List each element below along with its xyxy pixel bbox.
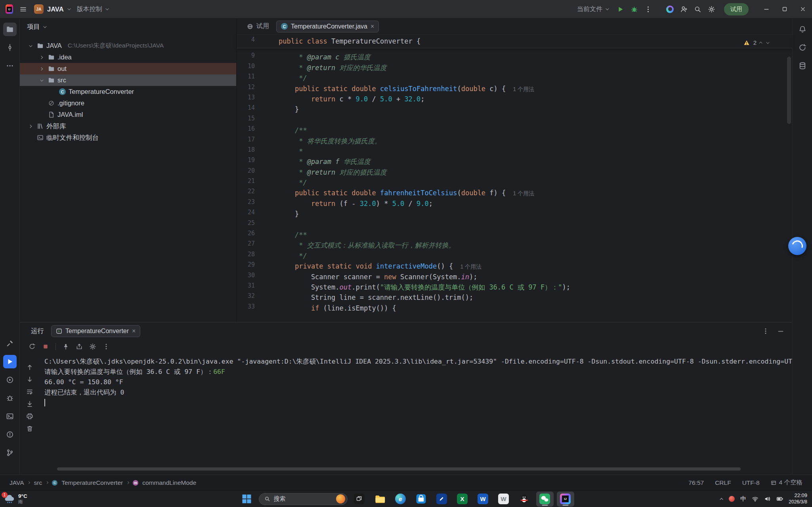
chevron-right-icon[interactable]	[40, 55, 43, 59]
console-more-button[interactable]	[103, 343, 110, 350]
breadcrumb-TemperatureConverter[interactable]: TemperatureConverter	[61, 479, 123, 486]
editor-scrollbar[interactable]	[787, 57, 791, 124]
chevron-down-icon[interactable]	[40, 78, 43, 81]
taskbar-app-dark-button[interactable]	[351, 492, 368, 507]
wps-office-button[interactable]: W	[495, 492, 512, 507]
chevron-right-icon[interactable]	[40, 67, 43, 70]
ime-indicator[interactable]: 中	[740, 495, 746, 503]
code-line[interactable]: 25	[237, 219, 792, 230]
clear-console-button[interactable]	[26, 425, 33, 432]
debug-tool-button[interactable]	[3, 391, 17, 405]
tree-item-temperature-converter-class[interactable]: CTemperatureConverter	[20, 86, 236, 97]
indent-config[interactable]: 4 个空格	[771, 478, 802, 487]
line-separator[interactable]: CRLF	[715, 479, 731, 486]
console-settings-button[interactable]	[89, 343, 96, 350]
more-tool-windows-button[interactable]	[3, 59, 17, 72]
problems-tool-button[interactable]	[3, 428, 17, 441]
project-tool-button[interactable]	[3, 23, 17, 36]
pin-tab-button[interactable]	[62, 343, 69, 350]
code-line[interactable]: 29 private static void interactiveMode()…	[237, 261, 792, 271]
main-menu-button[interactable]	[19, 6, 27, 13]
code-line[interactable]: 32 String line = scanner.nextLine().trim…	[237, 292, 792, 303]
wechat-button[interactable]	[536, 492, 554, 507]
code-line[interactable]: 11 */	[237, 73, 792, 83]
pen-app-button[interactable]	[433, 492, 451, 507]
breadcrumb-commandLineMode[interactable]: commandLineMode	[142, 479, 196, 486]
code-line[interactable]: 19 * @param f 华氏温度	[237, 156, 792, 167]
notifications-button[interactable]	[796, 23, 809, 36]
code-line[interactable]: 17 * 将华氏度转换为摄氏度。	[237, 136, 792, 146]
console-scrollbar[interactable]	[57, 467, 741, 471]
console-output[interactable]: C:\Users\朱彦硕\.jdks\openjdk-25.0.2\bin\ja…	[40, 353, 792, 475]
code-line[interactable]: 18 *	[237, 146, 792, 156]
code-line[interactable]: 13 return c * 9.0 / 5.0 + 32.0;	[237, 94, 792, 104]
ai-assistant-button[interactable]	[666, 6, 674, 13]
encoding[interactable]: UTF-8	[742, 479, 760, 486]
code-line[interactable]: 33 if (line.isEmpty()) {	[237, 303, 792, 313]
services-tool-button[interactable]	[3, 373, 17, 387]
tray-app-icon[interactable]	[729, 496, 735, 502]
close-tab-icon[interactable]: ×	[371, 23, 374, 30]
vcs-widget[interactable]: 版本控制	[77, 5, 108, 13]
rerun-button[interactable]	[29, 343, 36, 350]
scroll-to-end-button[interactable]	[26, 400, 33, 408]
tray-expand-button[interactable]	[720, 498, 723, 501]
weather-widget[interactable]: 1 9°C 雨	[4, 491, 27, 507]
run-tool-button[interactable]	[3, 355, 17, 368]
minimize-button[interactable]	[757, 0, 776, 19]
code-line[interactable]: 31 System.out.print("请输入要转换的温度与单位（例如 36.…	[237, 282, 792, 292]
run-tab[interactable]: TemperatureConverter ×	[51, 325, 140, 337]
code-line[interactable]: 26 /**	[237, 230, 792, 240]
tree-item-src-folder[interactable]: src	[20, 74, 236, 86]
print-button[interactable]	[26, 413, 33, 420]
terminal-tool-button[interactable]	[3, 410, 17, 423]
tree-item-out-folder[interactable]: out	[20, 63, 236, 74]
battery-icon[interactable]	[776, 496, 783, 502]
tree-item-java-iml-file[interactable]: JAVA.iml	[20, 109, 236, 120]
chevron-right-icon[interactable]	[29, 124, 32, 128]
maximize-button[interactable]	[776, 0, 794, 19]
run-panel-options-button[interactable]	[762, 328, 769, 335]
edge-button[interactable]: e	[392, 492, 409, 507]
code-line[interactable]: 23 return (f - 32.0) * 5.0 / 9.0;	[237, 198, 792, 209]
export-button[interactable]	[76, 343, 83, 350]
settings-button[interactable]	[708, 6, 715, 13]
code-line[interactable]: 15	[237, 115, 792, 125]
code-line[interactable]: 22 public static double fahrenheitToCels…	[237, 188, 792, 198]
hide-panel-button[interactable]	[777, 328, 784, 335]
database-tool-button[interactable]	[796, 59, 809, 72]
more-actions-button[interactable]	[644, 6, 652, 13]
file-explorer-button[interactable]	[371, 492, 389, 507]
code-line[interactable]: 20 * @return 对应的摄氏温度	[237, 167, 792, 177]
soft-wrap-button[interactable]	[26, 388, 33, 395]
chevron-down-icon[interactable]	[29, 44, 32, 47]
tab-trial[interactable]: 试用	[242, 21, 274, 32]
code-line[interactable]: 10 * @return 对应的华氏温度	[237, 63, 792, 73]
code-with-me-button[interactable]	[680, 6, 688, 13]
build-tool-button[interactable]	[3, 337, 17, 350]
code-area[interactable]: 9 * @param c 摄氏温度10 * @return 对应的华氏温度11 …	[237, 48, 792, 313]
next-occurrence-button[interactable]	[26, 376, 33, 383]
ai-floating-button[interactable]	[788, 237, 806, 255]
code-line[interactable]: 16 /**	[237, 125, 792, 135]
tree-item-idea-folder[interactable]: .idea	[20, 51, 236, 63]
code-line[interactable]: 21 */	[237, 177, 792, 188]
intellij-logo-icon[interactable]: IJ	[6, 6, 13, 13]
taskbar-search[interactable]: 搜索	[259, 493, 348, 505]
close-button[interactable]	[794, 0, 812, 19]
chevron-up-icon[interactable]	[759, 42, 762, 45]
volume-icon[interactable]	[764, 496, 771, 502]
project-selector[interactable]: JA JAVA	[34, 4, 70, 14]
excel-button[interactable]: X	[454, 492, 471, 507]
stop-button[interactable]	[42, 343, 49, 350]
tab-temperature-converter[interactable]: CTemperatureConverter.java×	[276, 21, 379, 32]
prev-occurrence-button[interactable]	[26, 364, 33, 371]
code-line[interactable]: 30 Scanner scanner = new Scanner(System.…	[237, 272, 792, 282]
code-line[interactable]: 14 }	[237, 104, 792, 114]
sticky-line[interactable]: 4public class TemperatureConverter {	[237, 36, 792, 46]
code-line[interactable]: 9 * @param c 摄氏温度	[237, 52, 792, 62]
run-configuration-selector[interactable]: 当前文件	[577, 5, 608, 13]
tree-item-java-root[interactable]: JAVAC:\Users\朱彦硕\IdeaProjects\JAVA	[20, 40, 236, 51]
git-tool-button[interactable]	[3, 446, 17, 459]
code-line[interactable]: 28 */	[237, 251, 792, 261]
